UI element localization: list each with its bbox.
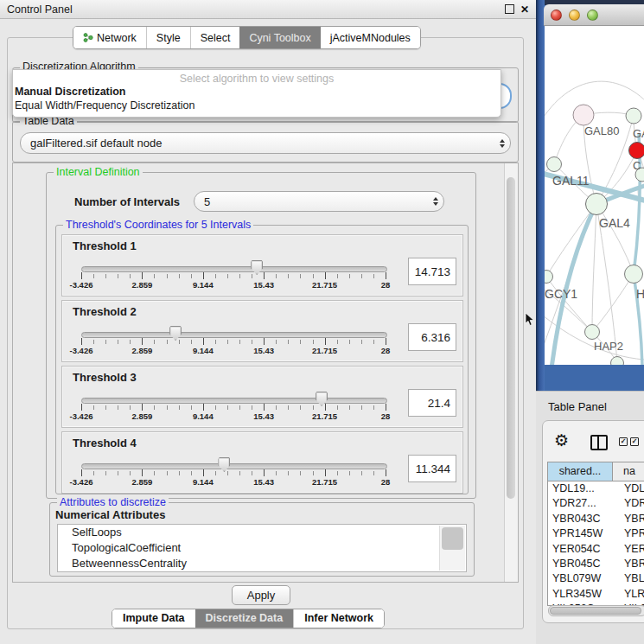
list-item[interactable]: BetweennessCentrality (58, 556, 466, 571)
gear-icon[interactable]: ⚙ (554, 432, 569, 449)
popup-option-manual[interactable]: Manual Discretization (13, 85, 501, 99)
table-row[interactable]: YLR345W YLR3 (548, 587, 644, 602)
node-gal11[interactable] (547, 157, 562, 172)
node-label: GAL11 (552, 174, 590, 188)
control-panel-titlebar: Control Panel ✕ (0, 0, 536, 19)
table-cell[interactable]: YBR045C (548, 557, 613, 571)
slider-track[interactable] (81, 463, 387, 469)
minimize-traffic-light-icon[interactable] (569, 10, 580, 21)
table-cell[interactable]: YBR0 (613, 557, 644, 571)
tab-infer-network[interactable]: Infer Network (293, 609, 384, 628)
vertical-scrollbar[interactable] (504, 163, 518, 582)
checkbox-checked-icon[interactable] (630, 437, 639, 446)
table-row[interactable]: YBL079W YBL0 (548, 571, 644, 586)
split-columns-icon[interactable] (590, 435, 608, 450)
node-selected-red[interactable] (629, 143, 644, 159)
table-row[interactable]: YPR145W YPR1 (548, 526, 644, 541)
table-cell[interactable]: YPR1 (613, 526, 644, 541)
number-of-intervals-combobox[interactable]: 5 (194, 191, 444, 212)
column-header-name[interactable]: na (613, 462, 644, 481)
table-row[interactable]: YER054C YER0 (548, 542, 644, 557)
column-header-shared-name[interactable]: shared... (548, 462, 613, 481)
table-cell[interactable]: YDL19... (548, 481, 613, 496)
major-tick (81, 272, 82, 279)
major-tick (203, 469, 204, 476)
major-tick (142, 272, 143, 279)
node[interactable] (625, 265, 643, 284)
slider-thumb[interactable] (316, 392, 328, 406)
node-gal80[interactable] (573, 105, 594, 125)
table-data-combobox[interactable]: galFiltered.sif default node (20, 132, 511, 154)
threshold-value-field[interactable]: 6.316 (408, 323, 456, 351)
zoom-traffic-light-icon[interactable] (587, 10, 598, 21)
table-cell[interactable]: YLR3 (613, 587, 644, 602)
threshold-value-field[interactable]: 11.344 (408, 455, 456, 482)
tab-select[interactable]: Select (190, 27, 240, 48)
numerical-attributes-list[interactable]: SelfLoopsTopologicalCoefficientBetweenne… (57, 524, 467, 572)
table-row[interactable]: YDR27... YDR2 (548, 496, 644, 511)
close-traffic-light-icon[interactable] (551, 10, 562, 21)
table-cell[interactable]: YDR2 (613, 496, 644, 511)
list-item[interactable]: TopologicalCoefficient (58, 540, 466, 556)
tab-network[interactable]: Network (73, 27, 146, 48)
list-scrollbar[interactable] (439, 526, 465, 571)
horizontal-scrollbar-thumb[interactable] (550, 607, 641, 615)
slider-track[interactable] (81, 332, 387, 338)
major-tick (203, 338, 204, 345)
network-canvas[interactable]: GAL80 GA C GAL11 GAL4 GCY1 H HAP2 (545, 26, 644, 365)
slider-thumb[interactable] (218, 457, 230, 472)
checkbox-checked-icon[interactable] (619, 437, 628, 446)
list-item[interactable]: SelfLoops (58, 525, 466, 540)
table-row[interactable]: YDL19... YDL1 (548, 481, 644, 496)
tab-style[interactable]: Style (146, 27, 190, 48)
slider-ticks (81, 471, 386, 475)
table-row[interactable]: YBR045C YBR0 (548, 557, 644, 571)
table-cell[interactable]: YDL1 (613, 481, 644, 496)
tick-label: 15.43 (253, 346, 274, 355)
slider-track[interactable] (81, 266, 387, 272)
network-window-titlebar[interactable] (544, 4, 644, 26)
table-row[interactable]: YBR043C YBR0 (548, 512, 644, 526)
apply-button[interactable]: Apply (232, 585, 290, 605)
table-cell[interactable]: YLR345W (548, 587, 613, 602)
table-cell[interactable]: YBR0 (613, 512, 644, 526)
threshold-value-field[interactable]: 14.713 (408, 258, 456, 285)
table-cell[interactable]: YBR043C (548, 512, 613, 526)
table-cell[interactable]: YBL0 (613, 571, 644, 586)
horizontal-scrollbar[interactable] (548, 605, 644, 616)
tab-discretize-data[interactable]: Discretize Data (195, 609, 294, 628)
node-hap2[interactable] (585, 325, 600, 340)
slider-thumb[interactable] (251, 260, 263, 275)
tick-label: -3.426 (70, 411, 93, 421)
node[interactable] (626, 108, 641, 124)
list-scrollbar-thumb[interactable] (442, 527, 463, 550)
threshold-slider[interactable]: -3.426 2.859 9.144 15.43 21.715 28 (81, 456, 386, 491)
threshold-slider[interactable]: -3.426 2.859 9.144 15.43 21.715 28 (81, 259, 386, 294)
table-cell[interactable]: YER054C (548, 542, 613, 557)
threshold-slider[interactable]: -3.426 2.859 9.144 15.43 21.715 28 (81, 391, 386, 425)
threshold-row: Threshold 4 -3.426 2.859 9.144 15.43 21.… (61, 431, 463, 494)
threshold-value-field[interactable]: 21.4 (408, 389, 456, 417)
popup-option-equal-width[interactable]: Equal Width/Frequency Discretization (13, 99, 501, 112)
node-gal4[interactable] (586, 194, 608, 215)
table-cell[interactable]: YER0 (613, 542, 644, 557)
tick-label: 28 (381, 346, 391, 355)
major-tick (264, 469, 265, 476)
threshold-slider[interactable]: -3.426 2.859 9.144 15.43 21.715 28 (81, 325, 386, 360)
tab-jactivemnodules[interactable]: jActiveMNodules (321, 27, 420, 48)
slider-thumb[interactable] (169, 326, 182, 341)
float-window-icon[interactable] (505, 4, 514, 14)
tab-cyni-toolbox[interactable]: Cyni Toolbox (239, 27, 320, 48)
tick-label: 15.43 (253, 477, 274, 487)
slider-track[interactable] (81, 398, 387, 404)
node[interactable] (611, 357, 624, 366)
tab-impute-data[interactable]: Impute Data (112, 609, 195, 628)
vertical-scrollbar-thumb[interactable] (507, 177, 515, 499)
major-tick (142, 469, 143, 476)
major-tick (142, 404, 143, 411)
table-cell[interactable]: YPR145W (548, 526, 613, 541)
close-icon[interactable]: ✕ (520, 5, 529, 14)
table-cell[interactable]: YDR27... (548, 496, 613, 511)
node-gcy1[interactable] (545, 271, 553, 284)
table-cell[interactable]: YBL079W (548, 571, 613, 586)
